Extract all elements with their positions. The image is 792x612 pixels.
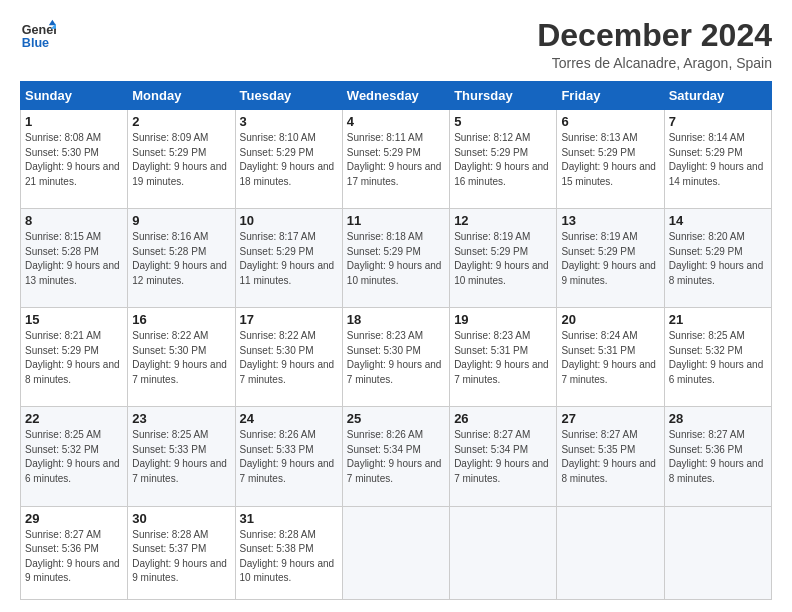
- table-row: 24 Sunrise: 8:26 AMSunset: 5:33 PMDaylig…: [235, 407, 342, 506]
- day-info: Sunrise: 8:25 AMSunset: 5:32 PMDaylight:…: [669, 330, 764, 385]
- table-row: 1 Sunrise: 8:08 AMSunset: 5:30 PMDayligh…: [21, 110, 128, 209]
- day-number: 2: [132, 114, 230, 129]
- day-number: 31: [240, 511, 338, 526]
- day-number: 9: [132, 213, 230, 228]
- title-block: December 2024 Torres de Alcanadre, Arago…: [537, 18, 772, 71]
- day-info: Sunrise: 8:19 AMSunset: 5:29 PMDaylight:…: [454, 231, 549, 286]
- day-info: Sunrise: 8:23 AMSunset: 5:31 PMDaylight:…: [454, 330, 549, 385]
- day-info: Sunrise: 8:09 AMSunset: 5:29 PMDaylight:…: [132, 132, 227, 187]
- table-row: 8 Sunrise: 8:15 AMSunset: 5:28 PMDayligh…: [21, 209, 128, 308]
- page: General Blue December 2024 Torres de Alc…: [0, 0, 792, 612]
- day-info: Sunrise: 8:26 AMSunset: 5:33 PMDaylight:…: [240, 429, 335, 484]
- table-row: [557, 506, 664, 600]
- day-number: 20: [561, 312, 659, 327]
- table-row: 27 Sunrise: 8:27 AMSunset: 5:35 PMDaylig…: [557, 407, 664, 506]
- day-number: 8: [25, 213, 123, 228]
- table-row: 26 Sunrise: 8:27 AMSunset: 5:34 PMDaylig…: [450, 407, 557, 506]
- day-number: 7: [669, 114, 767, 129]
- day-number: 22: [25, 411, 123, 426]
- day-info: Sunrise: 8:18 AMSunset: 5:29 PMDaylight:…: [347, 231, 442, 286]
- table-row: 29 Sunrise: 8:27 AMSunset: 5:36 PMDaylig…: [21, 506, 128, 600]
- day-number: 18: [347, 312, 445, 327]
- header-wednesday: Wednesday: [342, 82, 449, 110]
- header-saturday: Saturday: [664, 82, 771, 110]
- header-friday: Friday: [557, 82, 664, 110]
- day-info: Sunrise: 8:25 AMSunset: 5:32 PMDaylight:…: [25, 429, 120, 484]
- svg-text:Blue: Blue: [22, 36, 49, 50]
- table-row: [342, 506, 449, 600]
- table-row: 15 Sunrise: 8:21 AMSunset: 5:29 PMDaylig…: [21, 308, 128, 407]
- day-info: Sunrise: 8:19 AMSunset: 5:29 PMDaylight:…: [561, 231, 656, 286]
- table-row: 21 Sunrise: 8:25 AMSunset: 5:32 PMDaylig…: [664, 308, 771, 407]
- day-number: 24: [240, 411, 338, 426]
- table-row: 31 Sunrise: 8:28 AMSunset: 5:38 PMDaylig…: [235, 506, 342, 600]
- table-row: 22 Sunrise: 8:25 AMSunset: 5:32 PMDaylig…: [21, 407, 128, 506]
- day-info: Sunrise: 8:22 AMSunset: 5:30 PMDaylight:…: [240, 330, 335, 385]
- day-info: Sunrise: 8:25 AMSunset: 5:33 PMDaylight:…: [132, 429, 227, 484]
- day-info: Sunrise: 8:15 AMSunset: 5:28 PMDaylight:…: [25, 231, 120, 286]
- table-row: [450, 506, 557, 600]
- subtitle: Torres de Alcanadre, Aragon, Spain: [537, 55, 772, 71]
- day-number: 5: [454, 114, 552, 129]
- day-number: 14: [669, 213, 767, 228]
- table-row: 19 Sunrise: 8:23 AMSunset: 5:31 PMDaylig…: [450, 308, 557, 407]
- table-row: 6 Sunrise: 8:13 AMSunset: 5:29 PMDayligh…: [557, 110, 664, 209]
- table-row: 13 Sunrise: 8:19 AMSunset: 5:29 PMDaylig…: [557, 209, 664, 308]
- main-title: December 2024: [537, 18, 772, 53]
- table-row: 14 Sunrise: 8:20 AMSunset: 5:29 PMDaylig…: [664, 209, 771, 308]
- day-number: 3: [240, 114, 338, 129]
- table-row: 25 Sunrise: 8:26 AMSunset: 5:34 PMDaylig…: [342, 407, 449, 506]
- header-monday: Monday: [128, 82, 235, 110]
- day-number: 4: [347, 114, 445, 129]
- day-number: 12: [454, 213, 552, 228]
- day-number: 13: [561, 213, 659, 228]
- table-row: 9 Sunrise: 8:16 AMSunset: 5:28 PMDayligh…: [128, 209, 235, 308]
- day-info: Sunrise: 8:23 AMSunset: 5:30 PMDaylight:…: [347, 330, 442, 385]
- header-tuesday: Tuesday: [235, 82, 342, 110]
- table-row: 4 Sunrise: 8:11 AMSunset: 5:29 PMDayligh…: [342, 110, 449, 209]
- logo-icon: General Blue: [20, 18, 56, 54]
- table-row: 3 Sunrise: 8:10 AMSunset: 5:29 PMDayligh…: [235, 110, 342, 209]
- table-row: 2 Sunrise: 8:09 AMSunset: 5:29 PMDayligh…: [128, 110, 235, 209]
- day-info: Sunrise: 8:20 AMSunset: 5:29 PMDaylight:…: [669, 231, 764, 286]
- day-info: Sunrise: 8:28 AMSunset: 5:37 PMDaylight:…: [132, 529, 227, 584]
- header-sunday: Sunday: [21, 82, 128, 110]
- day-number: 28: [669, 411, 767, 426]
- day-number: 16: [132, 312, 230, 327]
- table-row: 28 Sunrise: 8:27 AMSunset: 5:36 PMDaylig…: [664, 407, 771, 506]
- day-number: 26: [454, 411, 552, 426]
- day-number: 1: [25, 114, 123, 129]
- day-info: Sunrise: 8:27 AMSunset: 5:36 PMDaylight:…: [25, 529, 120, 584]
- day-number: 30: [132, 511, 230, 526]
- table-row: 5 Sunrise: 8:12 AMSunset: 5:29 PMDayligh…: [450, 110, 557, 209]
- table-row: 18 Sunrise: 8:23 AMSunset: 5:30 PMDaylig…: [342, 308, 449, 407]
- table-row: 20 Sunrise: 8:24 AMSunset: 5:31 PMDaylig…: [557, 308, 664, 407]
- day-info: Sunrise: 8:14 AMSunset: 5:29 PMDaylight:…: [669, 132, 764, 187]
- table-row: 10 Sunrise: 8:17 AMSunset: 5:29 PMDaylig…: [235, 209, 342, 308]
- day-info: Sunrise: 8:16 AMSunset: 5:28 PMDaylight:…: [132, 231, 227, 286]
- table-row: [664, 506, 771, 600]
- day-info: Sunrise: 8:21 AMSunset: 5:29 PMDaylight:…: [25, 330, 120, 385]
- day-number: 6: [561, 114, 659, 129]
- day-number: 29: [25, 511, 123, 526]
- table-row: 16 Sunrise: 8:22 AMSunset: 5:30 PMDaylig…: [128, 308, 235, 407]
- day-number: 25: [347, 411, 445, 426]
- table-row: 11 Sunrise: 8:18 AMSunset: 5:29 PMDaylig…: [342, 209, 449, 308]
- day-info: Sunrise: 8:27 AMSunset: 5:36 PMDaylight:…: [669, 429, 764, 484]
- table-row: 7 Sunrise: 8:14 AMSunset: 5:29 PMDayligh…: [664, 110, 771, 209]
- day-number: 11: [347, 213, 445, 228]
- calendar-table: Sunday Monday Tuesday Wednesday Thursday…: [20, 81, 772, 600]
- logo: General Blue: [20, 18, 56, 54]
- day-number: 23: [132, 411, 230, 426]
- table-row: 30 Sunrise: 8:28 AMSunset: 5:37 PMDaylig…: [128, 506, 235, 600]
- day-info: Sunrise: 8:28 AMSunset: 5:38 PMDaylight:…: [240, 529, 335, 584]
- table-row: 12 Sunrise: 8:19 AMSunset: 5:29 PMDaylig…: [450, 209, 557, 308]
- header-thursday: Thursday: [450, 82, 557, 110]
- day-info: Sunrise: 8:24 AMSunset: 5:31 PMDaylight:…: [561, 330, 656, 385]
- day-info: Sunrise: 8:11 AMSunset: 5:29 PMDaylight:…: [347, 132, 442, 187]
- day-number: 10: [240, 213, 338, 228]
- weekday-header-row: Sunday Monday Tuesday Wednesday Thursday…: [21, 82, 772, 110]
- table-row: 23 Sunrise: 8:25 AMSunset: 5:33 PMDaylig…: [128, 407, 235, 506]
- day-info: Sunrise: 8:08 AMSunset: 5:30 PMDaylight:…: [25, 132, 120, 187]
- day-info: Sunrise: 8:17 AMSunset: 5:29 PMDaylight:…: [240, 231, 335, 286]
